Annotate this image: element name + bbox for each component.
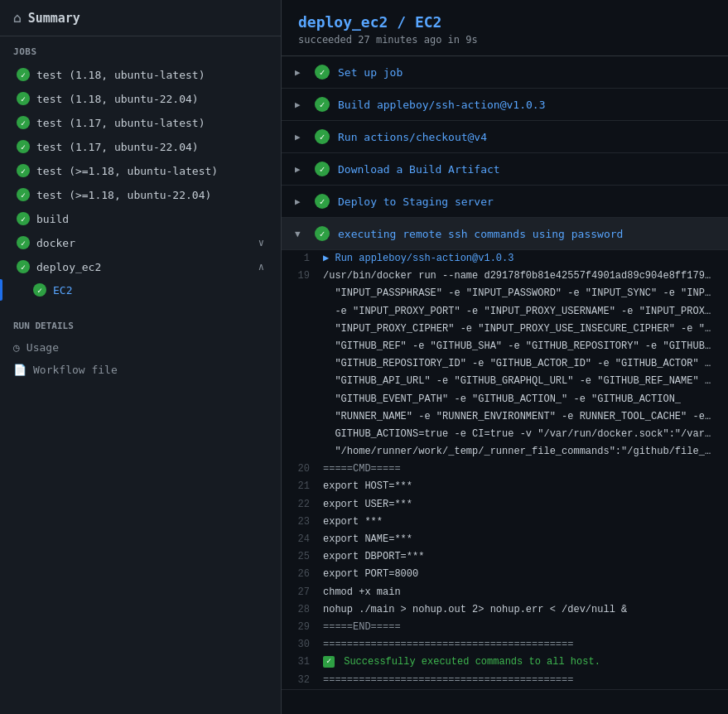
step-name: Build appleboy/ssh-action@v1.0.3 bbox=[338, 99, 545, 111]
step-ssh-header[interactable]: ▼ executing remote ssh commands using pa… bbox=[282, 218, 728, 249]
log-line: 24 export NAME=*** bbox=[282, 531, 728, 548]
step-success-icon bbox=[315, 226, 330, 241]
line-content: ========================================… bbox=[323, 673, 586, 688]
line-number: 31 bbox=[282, 654, 323, 670]
sidebar-item-job-4[interactable]: test (1.17, ubuntu-22.04) bbox=[3, 135, 277, 158]
file-icon: 📄 bbox=[13, 364, 27, 376]
line-content: "/home/runner/work/_temp/_runner_file_co… bbox=[323, 444, 728, 460]
line-number bbox=[282, 409, 323, 425]
line-content: "GITHUB_API_URL" -e "GITHUB_GRAPHQL_URL"… bbox=[323, 374, 728, 389]
sidebar-item-job-2[interactable]: test (1.18, ubuntu-22.04) bbox=[3, 87, 277, 110]
usage-item[interactable]: ◷ Usage bbox=[0, 336, 281, 359]
chevron-down-icon: ∨ bbox=[258, 237, 264, 248]
job-label: docker bbox=[36, 237, 75, 249]
step-build-ssh-header[interactable]: ▶ Build appleboy/ssh-action@v1.0.3 bbox=[282, 89, 728, 120]
step-setup: ▶ Set up job bbox=[282, 56, 728, 89]
log-line: 22 export USER=*** bbox=[282, 496, 728, 514]
line-content: GITHUB_ACTIONS=true -e CI=true -v "/var/… bbox=[323, 427, 728, 442]
step-ssh-log: 1 ▶ Run appleboy/ssh-action@v1.0.3 19 /u… bbox=[282, 249, 728, 689]
log-line: GITHUB_ACTIONS=true -e CI=true -v "/var/… bbox=[282, 426, 728, 443]
log-line: "GITHUB_API_URL" -e "GITHUB_GRAPHQL_URL"… bbox=[282, 373, 728, 390]
success-icon bbox=[17, 68, 30, 81]
chevron-right-icon: ▶ bbox=[295, 132, 306, 142]
success-icon bbox=[33, 283, 46, 297]
line-number: 32 bbox=[282, 673, 323, 688]
line-content: ▶ Run appleboy/ssh-action@v1.0.3 bbox=[323, 251, 527, 267]
steps-list: ▶ Set up job ▶ Build appleboy/ssh-action… bbox=[282, 56, 728, 714]
line-number: 26 bbox=[282, 567, 323, 582]
job-path-part1: deploy_ec2 bbox=[298, 13, 388, 31]
job-label: test (1.17, ubuntu-latest) bbox=[36, 117, 205, 129]
chevron-up-icon: ∧ bbox=[258, 261, 264, 273]
success-icon bbox=[17, 164, 30, 177]
line-content: ✓ Successfully executed commands to all … bbox=[323, 654, 614, 670]
sidebar-item-ec2[interactable]: EC2 bbox=[0, 279, 281, 301]
line-content: nohup ./main > nohup.out 2> nohup.err < … bbox=[323, 602, 640, 618]
chevron-right-icon: ▶ bbox=[295, 99, 306, 110]
job-label: test (1.17, ubuntu-22.04) bbox=[36, 141, 199, 153]
chevron-right-icon: ▶ bbox=[295, 67, 306, 78]
job-label: test (>=1.18, ubuntu-latest) bbox=[36, 165, 218, 177]
log-line: 23 export *** bbox=[282, 514, 728, 531]
run-details-label: Run details bbox=[0, 314, 281, 336]
line-number bbox=[282, 356, 323, 372]
step-artifact-header[interactable]: ▶ Download a Build Artifact bbox=[282, 153, 728, 185]
line-content: export *** bbox=[323, 514, 396, 530]
success-icon bbox=[17, 236, 30, 249]
log-line: 28 nohup ./main > nohup.out 2> nohup.err… bbox=[282, 601, 728, 619]
job-label: test (1.18, ubuntu-latest) bbox=[36, 69, 205, 81]
inline-success-icon: ✓ bbox=[323, 656, 335, 668]
sidebar-item-job-8[interactable]: docker ∨ bbox=[3, 231, 277, 254]
line-content: "RUNNER_NAME" -e "RUNNER_ENVIRONMENT" -e… bbox=[323, 409, 728, 425]
line-content: chmod +x main bbox=[323, 585, 414, 601]
job-left: test (1.17, ubuntu-22.04) bbox=[17, 140, 199, 153]
line-number bbox=[282, 321, 323, 337]
step-success-icon bbox=[315, 194, 330, 209]
sidebar-item-job-6[interactable]: test (>=1.18, ubuntu-22.04) bbox=[3, 183, 277, 206]
log-line: 32 =====================================… bbox=[282, 672, 728, 689]
job-header: deploy_ec2 / EC2 succeeded 27 minutes ag… bbox=[282, 0, 728, 56]
home-icon: ⌂ bbox=[13, 10, 22, 26]
step-name: Set up job bbox=[338, 66, 403, 79]
sidebar-item-job-3[interactable]: test (1.17, ubuntu-latest) bbox=[3, 111, 277, 134]
job-title: deploy_ec2 / EC2 bbox=[298, 13, 711, 31]
sidebar: ⌂ Summary Jobs test (1.18, ubuntu-latest… bbox=[0, 0, 282, 714]
job-label: test (1.18, ubuntu-22.04) bbox=[36, 93, 199, 105]
log-line: "GITHUB_REPOSITORY_ID" -e "GITHUB_ACTOR_… bbox=[282, 355, 728, 373]
line-number: 1 bbox=[282, 251, 323, 267]
line-number: 29 bbox=[282, 620, 323, 635]
log-line: "RUNNER_NAME" -e "RUNNER_ENVIRONMENT" -e… bbox=[282, 408, 728, 426]
line-number: 22 bbox=[282, 497, 323, 513]
workflow-file-item[interactable]: 📄 Workflow file bbox=[0, 359, 281, 381]
log-line: 26 export PORT=8000 bbox=[282, 566, 728, 583]
summary-nav-item[interactable]: ⌂ Summary bbox=[0, 0, 281, 36]
line-content: export PORT=8000 bbox=[323, 567, 431, 582]
log-line: "INPUT_PROXY_CIPHER" -e "INPUT_PROXY_USE… bbox=[282, 321, 728, 338]
usage-label: Usage bbox=[27, 341, 59, 354]
sidebar-item-job-1[interactable]: test (1.18, ubuntu-latest) bbox=[3, 63, 277, 86]
step-deploy: ▶ Deploy to Staging server bbox=[282, 186, 728, 218]
chevron-right-icon: ▶ bbox=[295, 196, 306, 207]
summary-label: Summary bbox=[28, 11, 80, 26]
run-details-section: Run details ◷ Usage 📄 Workflow file bbox=[0, 314, 281, 381]
step-checkout-header[interactable]: ▶ Run actions/checkout@v4 bbox=[282, 121, 728, 152]
workflow-label: Workflow file bbox=[33, 364, 118, 376]
job-left: docker bbox=[17, 236, 75, 249]
sidebar-item-job-5[interactable]: test (>=1.18, ubuntu-latest) bbox=[3, 159, 277, 182]
step-deploy-header[interactable]: ▶ Deploy to Staging server bbox=[282, 186, 728, 217]
sidebar-item-job-7[interactable]: build bbox=[3, 207, 277, 230]
log-line: 21 export HOST=*** bbox=[282, 478, 728, 495]
line-content: =====END===== bbox=[323, 620, 414, 635]
success-icon bbox=[17, 260, 30, 273]
sidebar-item-job-9[interactable]: deploy_ec2 ∧ bbox=[3, 255, 277, 278]
job-label: deploy_ec2 bbox=[36, 261, 101, 273]
step-name: Run actions/checkout@v4 bbox=[338, 131, 487, 143]
job-path-sep: / bbox=[388, 13, 415, 31]
step-setup-header[interactable]: ▶ Set up job bbox=[282, 56, 728, 88]
job-left: test (1.18, ubuntu-22.04) bbox=[17, 92, 199, 105]
line-content: export NAME=*** bbox=[323, 532, 426, 548]
success-icon bbox=[17, 92, 30, 105]
log-line: 30 =====================================… bbox=[282, 636, 728, 654]
success-icon bbox=[17, 116, 30, 129]
step-success-icon bbox=[315, 129, 330, 144]
